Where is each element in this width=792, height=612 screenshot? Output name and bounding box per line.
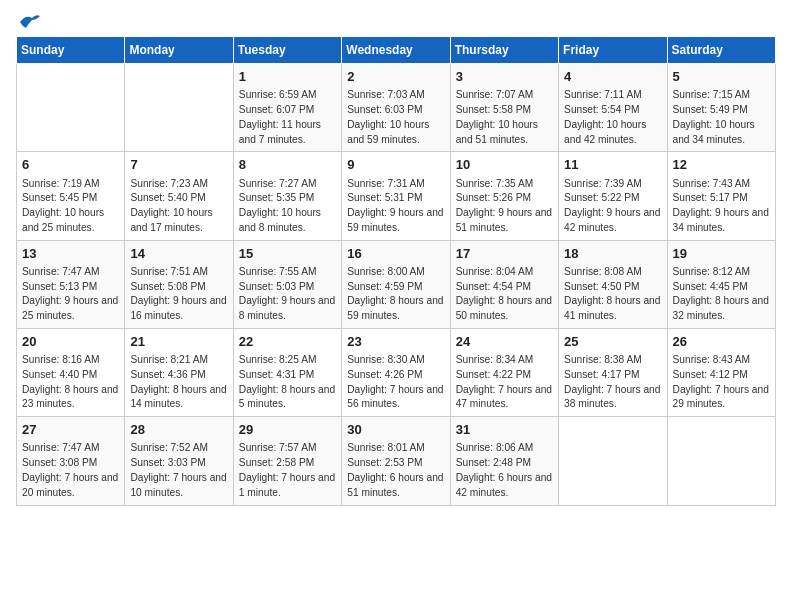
weekday-header-saturday: Saturday bbox=[667, 37, 775, 64]
weekday-header-monday: Monday bbox=[125, 37, 233, 64]
logo bbox=[16, 16, 40, 28]
calendar-cell: 13Sunrise: 7:47 AM Sunset: 5:13 PM Dayli… bbox=[17, 240, 125, 328]
day-content: Sunrise: 8:43 AM Sunset: 4:12 PM Dayligh… bbox=[673, 353, 770, 412]
day-number: 3 bbox=[456, 68, 553, 86]
day-content: Sunrise: 7:43 AM Sunset: 5:17 PM Dayligh… bbox=[673, 177, 770, 236]
day-content: Sunrise: 8:38 AM Sunset: 4:17 PM Dayligh… bbox=[564, 353, 661, 412]
calendar-cell: 11Sunrise: 7:39 AM Sunset: 5:22 PM Dayli… bbox=[559, 152, 667, 240]
day-content: Sunrise: 7:07 AM Sunset: 5:58 PM Dayligh… bbox=[456, 88, 553, 147]
calendar-cell: 14Sunrise: 7:51 AM Sunset: 5:08 PM Dayli… bbox=[125, 240, 233, 328]
calendar-cell bbox=[667, 417, 775, 505]
day-content: Sunrise: 7:31 AM Sunset: 5:31 PM Dayligh… bbox=[347, 177, 444, 236]
calendar-cell: 27Sunrise: 7:47 AM Sunset: 3:08 PM Dayli… bbox=[17, 417, 125, 505]
calendar-cell: 21Sunrise: 8:21 AM Sunset: 4:36 PM Dayli… bbox=[125, 328, 233, 416]
calendar-cell bbox=[17, 64, 125, 152]
day-content: Sunrise: 7:19 AM Sunset: 5:45 PM Dayligh… bbox=[22, 177, 119, 236]
calendar-week-5: 27Sunrise: 7:47 AM Sunset: 3:08 PM Dayli… bbox=[17, 417, 776, 505]
day-number: 22 bbox=[239, 333, 336, 351]
calendar-cell: 20Sunrise: 8:16 AM Sunset: 4:40 PM Dayli… bbox=[17, 328, 125, 416]
calendar-cell: 24Sunrise: 8:34 AM Sunset: 4:22 PM Dayli… bbox=[450, 328, 558, 416]
day-number: 31 bbox=[456, 421, 553, 439]
day-number: 26 bbox=[673, 333, 770, 351]
calendar-table: SundayMondayTuesdayWednesdayThursdayFrid… bbox=[16, 36, 776, 506]
day-content: Sunrise: 7:39 AM Sunset: 5:22 PM Dayligh… bbox=[564, 177, 661, 236]
day-number: 23 bbox=[347, 333, 444, 351]
day-number: 13 bbox=[22, 245, 119, 263]
calendar-cell: 3Sunrise: 7:07 AM Sunset: 5:58 PM Daylig… bbox=[450, 64, 558, 152]
logo-bird-icon bbox=[18, 12, 40, 32]
calendar-cell: 18Sunrise: 8:08 AM Sunset: 4:50 PM Dayli… bbox=[559, 240, 667, 328]
day-content: Sunrise: 8:34 AM Sunset: 4:22 PM Dayligh… bbox=[456, 353, 553, 412]
calendar-header: SundayMondayTuesdayWednesdayThursdayFrid… bbox=[17, 37, 776, 64]
day-content: Sunrise: 7:03 AM Sunset: 6:03 PM Dayligh… bbox=[347, 88, 444, 147]
day-content: Sunrise: 8:01 AM Sunset: 2:53 PM Dayligh… bbox=[347, 441, 444, 500]
day-number: 20 bbox=[22, 333, 119, 351]
calendar-cell: 9Sunrise: 7:31 AM Sunset: 5:31 PM Daylig… bbox=[342, 152, 450, 240]
day-content: Sunrise: 7:35 AM Sunset: 5:26 PM Dayligh… bbox=[456, 177, 553, 236]
calendar-cell: 28Sunrise: 7:52 AM Sunset: 3:03 PM Dayli… bbox=[125, 417, 233, 505]
day-number: 24 bbox=[456, 333, 553, 351]
weekday-header-friday: Friday bbox=[559, 37, 667, 64]
day-content: Sunrise: 7:55 AM Sunset: 5:03 PM Dayligh… bbox=[239, 265, 336, 324]
day-content: Sunrise: 7:57 AM Sunset: 2:58 PM Dayligh… bbox=[239, 441, 336, 500]
weekday-header-tuesday: Tuesday bbox=[233, 37, 341, 64]
day-number: 19 bbox=[673, 245, 770, 263]
day-number: 6 bbox=[22, 156, 119, 174]
day-content: Sunrise: 7:52 AM Sunset: 3:03 PM Dayligh… bbox=[130, 441, 227, 500]
calendar-cell: 19Sunrise: 8:12 AM Sunset: 4:45 PM Dayli… bbox=[667, 240, 775, 328]
calendar-cell: 8Sunrise: 7:27 AM Sunset: 5:35 PM Daylig… bbox=[233, 152, 341, 240]
day-content: Sunrise: 8:30 AM Sunset: 4:26 PM Dayligh… bbox=[347, 353, 444, 412]
calendar-cell: 23Sunrise: 8:30 AM Sunset: 4:26 PM Dayli… bbox=[342, 328, 450, 416]
day-number: 17 bbox=[456, 245, 553, 263]
day-number: 14 bbox=[130, 245, 227, 263]
calendar-cell: 10Sunrise: 7:35 AM Sunset: 5:26 PM Dayli… bbox=[450, 152, 558, 240]
day-number: 27 bbox=[22, 421, 119, 439]
day-content: Sunrise: 7:23 AM Sunset: 5:40 PM Dayligh… bbox=[130, 177, 227, 236]
day-content: Sunrise: 7:51 AM Sunset: 5:08 PM Dayligh… bbox=[130, 265, 227, 324]
day-content: Sunrise: 8:21 AM Sunset: 4:36 PM Dayligh… bbox=[130, 353, 227, 412]
calendar-cell: 7Sunrise: 7:23 AM Sunset: 5:40 PM Daylig… bbox=[125, 152, 233, 240]
calendar-cell bbox=[559, 417, 667, 505]
calendar-week-4: 20Sunrise: 8:16 AM Sunset: 4:40 PM Dayli… bbox=[17, 328, 776, 416]
calendar-cell: 31Sunrise: 8:06 AM Sunset: 2:48 PM Dayli… bbox=[450, 417, 558, 505]
day-content: Sunrise: 8:06 AM Sunset: 2:48 PM Dayligh… bbox=[456, 441, 553, 500]
weekday-header-sunday: Sunday bbox=[17, 37, 125, 64]
calendar-cell: 29Sunrise: 7:57 AM Sunset: 2:58 PM Dayli… bbox=[233, 417, 341, 505]
calendar-cell: 4Sunrise: 7:11 AM Sunset: 5:54 PM Daylig… bbox=[559, 64, 667, 152]
day-number: 28 bbox=[130, 421, 227, 439]
day-number: 21 bbox=[130, 333, 227, 351]
day-number: 25 bbox=[564, 333, 661, 351]
day-content: Sunrise: 8:12 AM Sunset: 4:45 PM Dayligh… bbox=[673, 265, 770, 324]
day-number: 8 bbox=[239, 156, 336, 174]
day-content: Sunrise: 7:47 AM Sunset: 5:13 PM Dayligh… bbox=[22, 265, 119, 324]
calendar-cell: 15Sunrise: 7:55 AM Sunset: 5:03 PM Dayli… bbox=[233, 240, 341, 328]
calendar-cell: 1Sunrise: 6:59 AM Sunset: 6:07 PM Daylig… bbox=[233, 64, 341, 152]
calendar-cell: 6Sunrise: 7:19 AM Sunset: 5:45 PM Daylig… bbox=[17, 152, 125, 240]
calendar-week-1: 1Sunrise: 6:59 AM Sunset: 6:07 PM Daylig… bbox=[17, 64, 776, 152]
day-content: Sunrise: 8:16 AM Sunset: 4:40 PM Dayligh… bbox=[22, 353, 119, 412]
calendar-cell: 12Sunrise: 7:43 AM Sunset: 5:17 PM Dayli… bbox=[667, 152, 775, 240]
day-number: 16 bbox=[347, 245, 444, 263]
day-number: 5 bbox=[673, 68, 770, 86]
day-content: Sunrise: 6:59 AM Sunset: 6:07 PM Dayligh… bbox=[239, 88, 336, 147]
day-number: 11 bbox=[564, 156, 661, 174]
page-header bbox=[16, 16, 776, 28]
day-number: 15 bbox=[239, 245, 336, 263]
day-content: Sunrise: 7:11 AM Sunset: 5:54 PM Dayligh… bbox=[564, 88, 661, 147]
day-number: 18 bbox=[564, 245, 661, 263]
day-number: 9 bbox=[347, 156, 444, 174]
calendar-cell: 2Sunrise: 7:03 AM Sunset: 6:03 PM Daylig… bbox=[342, 64, 450, 152]
day-number: 30 bbox=[347, 421, 444, 439]
calendar-cell bbox=[125, 64, 233, 152]
calendar-cell: 16Sunrise: 8:00 AM Sunset: 4:59 PM Dayli… bbox=[342, 240, 450, 328]
day-number: 7 bbox=[130, 156, 227, 174]
weekday-header-wednesday: Wednesday bbox=[342, 37, 450, 64]
calendar-week-2: 6Sunrise: 7:19 AM Sunset: 5:45 PM Daylig… bbox=[17, 152, 776, 240]
day-content: Sunrise: 8:08 AM Sunset: 4:50 PM Dayligh… bbox=[564, 265, 661, 324]
calendar-cell: 17Sunrise: 8:04 AM Sunset: 4:54 PM Dayli… bbox=[450, 240, 558, 328]
day-content: Sunrise: 7:27 AM Sunset: 5:35 PM Dayligh… bbox=[239, 177, 336, 236]
day-content: Sunrise: 8:25 AM Sunset: 4:31 PM Dayligh… bbox=[239, 353, 336, 412]
weekday-header-thursday: Thursday bbox=[450, 37, 558, 64]
day-number: 12 bbox=[673, 156, 770, 174]
day-number: 29 bbox=[239, 421, 336, 439]
